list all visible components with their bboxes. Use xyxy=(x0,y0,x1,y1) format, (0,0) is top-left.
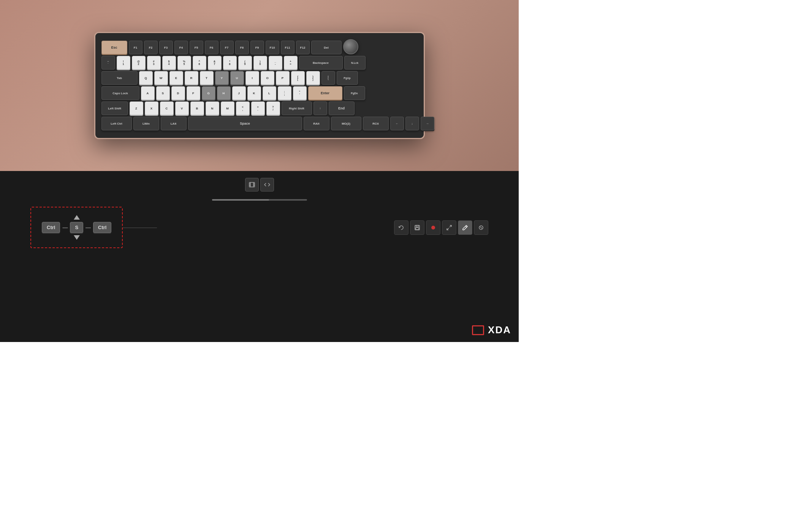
key-7[interactable]: &7 xyxy=(208,56,222,70)
key-z[interactable]: Z xyxy=(130,101,143,115)
key-f[interactable]: F xyxy=(187,86,200,100)
key-period[interactable]: >. xyxy=(251,101,265,115)
key-numlock[interactable]: N.Lck xyxy=(344,56,366,70)
key-rbracket[interactable]: }] xyxy=(306,71,320,85)
key-d[interactable]: D xyxy=(171,86,185,100)
key-minus[interactable]: _- xyxy=(269,56,282,70)
key-f2[interactable]: F2 xyxy=(144,41,158,54)
key-arrow-up[interactable]: ↑ xyxy=(314,101,327,115)
record-button[interactable] xyxy=(426,220,440,235)
key-space[interactable]: Space xyxy=(188,117,302,130)
key-lwin[interactable]: LWin xyxy=(133,117,159,130)
svg-rect-8 xyxy=(416,225,418,227)
key-y[interactable]: Y xyxy=(215,71,229,85)
fn-key-row: Esc F1 F2 F3 F4 F5 F6 F7 F8 F9 F10 F11 F… xyxy=(101,39,418,54)
key-f12[interactable]: F12 xyxy=(296,41,310,54)
resize-button[interactable] xyxy=(442,220,456,235)
key-8[interactable]: *8 xyxy=(223,56,237,70)
key-s[interactable]: S xyxy=(156,86,170,100)
key-lbracket[interactable]: {[ xyxy=(291,71,305,85)
key-arrow-right[interactable]: → xyxy=(421,117,434,130)
volume-knob[interactable] xyxy=(343,39,358,54)
key-rctl[interactable]: RCtl xyxy=(363,117,389,130)
key-6[interactable]: ^6 xyxy=(193,56,206,70)
key-f8[interactable]: F8 xyxy=(235,41,249,54)
key-w[interactable]: W xyxy=(154,71,168,85)
key-mo2[interactable]: MO(2) xyxy=(331,117,361,130)
key-backspace[interactable]: Backspace xyxy=(299,56,343,70)
key-i[interactable]: I xyxy=(245,71,259,85)
code-view-button[interactable] xyxy=(260,178,274,192)
key-backtick[interactable]: ~` xyxy=(101,56,115,70)
undo-button[interactable] xyxy=(394,220,408,235)
key-f4[interactable]: F4 xyxy=(174,41,188,54)
key-del[interactable]: Del xyxy=(311,41,342,54)
key-x[interactable]: X xyxy=(145,101,158,115)
key-a[interactable]: A xyxy=(141,86,155,100)
key-4[interactable]: $4 xyxy=(162,56,176,70)
key-m[interactable]: M xyxy=(221,101,234,115)
key-u[interactable]: U xyxy=(230,71,244,85)
key-o[interactable]: O xyxy=(261,71,274,85)
key-pgup[interactable]: PgUp xyxy=(337,71,358,85)
key-c[interactable]: C xyxy=(160,101,174,115)
key-right-shift[interactable]: Right Shift xyxy=(282,101,312,115)
key-e[interactable]: E xyxy=(169,71,183,85)
key-f10[interactable]: F10 xyxy=(266,41,279,54)
key-quote[interactable]: "' xyxy=(293,86,307,100)
key-n[interactable]: N xyxy=(206,101,219,115)
key-2[interactable]: @2 xyxy=(132,56,146,70)
key-semicolon[interactable]: :; xyxy=(278,86,291,100)
key-t[interactable]: T xyxy=(200,71,214,85)
key-tab[interactable]: Tab xyxy=(101,71,138,85)
key-left-ctrl[interactable]: Left Ctrl xyxy=(101,117,132,130)
key-slash[interactable]: ?/ xyxy=(266,101,280,115)
delete-button[interactable] xyxy=(474,220,488,235)
key-3[interactable]: #3 xyxy=(147,56,161,70)
key-h[interactable]: H xyxy=(217,86,231,100)
modifier-row: Left Ctrl LWin LAlt Space RAlt MO(2) RCt… xyxy=(101,117,418,130)
key-9[interactable]: (9 xyxy=(238,56,252,70)
key-esc[interactable]: Esc xyxy=(101,41,127,54)
key-capslock[interactable]: Caps Lock xyxy=(101,86,139,100)
key-ralt[interactable]: RAlt xyxy=(304,117,329,130)
key-b[interactable]: B xyxy=(190,101,204,115)
combo-key-ctrl-left[interactable]: Ctrl xyxy=(42,222,60,233)
key-5[interactable]: %5 xyxy=(177,56,191,70)
key-equals[interactable]: += xyxy=(284,56,298,70)
xda-bracket-left xyxy=(472,325,480,335)
key-j[interactable]: J xyxy=(232,86,246,100)
key-p[interactable]: P xyxy=(276,71,290,85)
key-pgdn[interactable]: PgDn xyxy=(344,86,365,100)
key-r[interactable]: R xyxy=(185,71,198,85)
save-button[interactable] xyxy=(410,220,424,235)
key-v[interactable]: V xyxy=(175,101,189,115)
key-k[interactable]: K xyxy=(247,86,261,100)
key-f11[interactable]: F11 xyxy=(281,41,294,54)
key-f9[interactable]: F9 xyxy=(250,41,264,54)
key-arrow-down[interactable]: ↓ xyxy=(405,117,419,130)
key-q[interactable]: Q xyxy=(139,71,153,85)
key-backslash[interactable]: |\ xyxy=(321,71,335,85)
key-l[interactable]: L xyxy=(263,86,276,100)
key-f1[interactable]: F1 xyxy=(129,41,142,54)
key-arrow-left[interactable]: ← xyxy=(390,117,404,130)
key-enter[interactable]: Enter xyxy=(308,86,342,100)
key-f5[interactable]: F5 xyxy=(190,41,203,54)
combo-key-ctrl-right[interactable]: Ctrl xyxy=(93,222,111,233)
combo-key-s[interactable]: S xyxy=(70,222,83,233)
zoom-slider[interactable] xyxy=(212,199,307,201)
editor-section: Ctrl — S — Ctrl xyxy=(0,171,519,342)
key-end[interactable]: End xyxy=(329,101,355,115)
key-f6[interactable]: F6 xyxy=(205,41,218,54)
key-1[interactable]: !1 xyxy=(117,56,130,70)
key-comma[interactable]: <, xyxy=(236,101,250,115)
key-f3[interactable]: F3 xyxy=(159,41,173,54)
key-lalt[interactable]: LAlt xyxy=(161,117,187,130)
key-g[interactable]: G xyxy=(202,86,215,100)
key-0[interactable]: )0 xyxy=(253,56,267,70)
key-f7[interactable]: F7 xyxy=(220,41,234,54)
film-view-button[interactable] xyxy=(245,178,259,192)
key-left-shift[interactable]: Left Shift xyxy=(101,101,128,115)
edit-button[interactable] xyxy=(458,220,472,235)
